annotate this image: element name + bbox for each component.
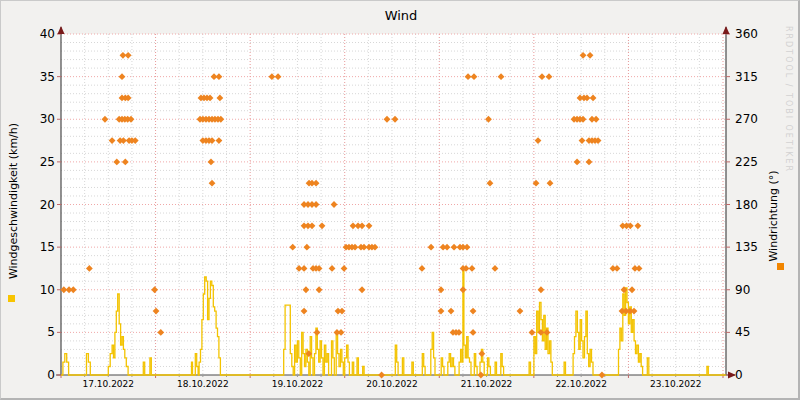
direction-marker: [208, 158, 215, 165]
speed-line-series: [61, 268, 726, 375]
direction-marker: [579, 137, 586, 144]
right-axis-arrow: [723, 26, 730, 34]
direction-marker: [303, 244, 310, 251]
direction-marker: [470, 308, 477, 315]
direction-marker: [586, 158, 593, 165]
wind-chart-svg: [1, 1, 800, 400]
direction-marker: [157, 329, 164, 336]
direction-marker: [464, 244, 471, 251]
direction-marker: [471, 73, 478, 80]
direction-marker: [448, 308, 455, 315]
direction-marker: [125, 52, 132, 59]
direction-marker: [538, 286, 545, 293]
direction-marker: [309, 222, 316, 229]
direction-marker: [539, 73, 546, 80]
direction-marker: [428, 244, 435, 251]
direction-marker: [216, 95, 223, 102]
direction-marker: [319, 222, 326, 229]
direction-marker: [599, 372, 606, 379]
direction-marker: [590, 95, 597, 102]
direction-marker: [151, 286, 158, 293]
left-axis-arrow: [58, 26, 65, 34]
direction-marker: [216, 137, 223, 144]
direction-marker: [102, 116, 109, 123]
direction-marker: [314, 329, 321, 336]
direction-marker: [478, 350, 485, 357]
direction-marker: [303, 286, 310, 293]
direction-marker: [301, 265, 308, 272]
direction-marker: [547, 180, 554, 187]
direction-marker: [614, 265, 621, 272]
direction-marker: [634, 222, 641, 229]
direction-marker: [329, 265, 336, 272]
direction-marker: [498, 73, 505, 80]
direction-marker: [70, 286, 77, 293]
direction-marker: [574, 158, 581, 165]
direction-marker: [517, 308, 524, 315]
direction-marker: [477, 372, 484, 379]
direction-marker: [313, 201, 320, 208]
direction-marker: [392, 116, 399, 123]
direction-marker: [359, 222, 366, 229]
direction-marker: [113, 158, 120, 165]
direction-marker: [465, 73, 472, 80]
direction-marker: [301, 308, 308, 315]
direction-marker: [469, 265, 476, 272]
direction-marker: [444, 244, 451, 251]
direction-marker: [338, 329, 345, 336]
rrdtool-wind-graph: Wind Windgeschwindigkeit (km/h) Windrich…: [0, 0, 800, 400]
direction-marker: [419, 265, 426, 272]
direction-marker: [86, 265, 93, 272]
direction-marker: [487, 180, 494, 187]
direction-marker: [533, 180, 540, 187]
direction-marker: [593, 116, 600, 123]
direction-marker: [470, 329, 477, 336]
direction-marker: [492, 265, 499, 272]
direction-marker: [438, 286, 445, 293]
direction-marker: [438, 308, 445, 315]
direction-marker: [289, 244, 296, 251]
direction-marker: [359, 286, 366, 293]
direction-marker: [341, 265, 348, 272]
direction-marker: [587, 52, 594, 59]
direction-marker: [546, 73, 553, 80]
direction-marker: [366, 222, 373, 229]
direction-marker: [313, 180, 320, 187]
direction-marker: [275, 73, 282, 80]
direction-marker: [122, 158, 129, 165]
x-axis-arrow: [728, 372, 736, 379]
direction-marker: [535, 137, 542, 144]
direction-marker: [119, 73, 126, 80]
direction-marker: [209, 180, 216, 187]
direction-marker: [109, 137, 116, 144]
direction-marker: [331, 201, 338, 208]
direction-marker: [216, 73, 223, 80]
direction-marker: [153, 308, 160, 315]
direction-marker: [451, 244, 458, 251]
direction-marker: [629, 286, 636, 293]
direction-marker: [378, 372, 385, 379]
direction-marker: [460, 286, 467, 293]
direction-marker: [636, 265, 643, 272]
direction-marker: [384, 116, 391, 123]
